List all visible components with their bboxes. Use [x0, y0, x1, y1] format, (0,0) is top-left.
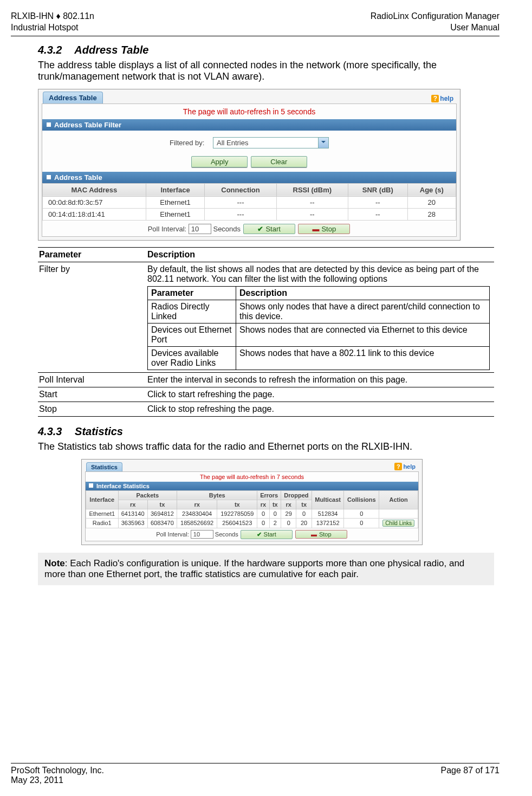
clear-button[interactable]: Clear: [251, 156, 307, 167]
help-link[interactable]: ?help: [392, 462, 418, 471]
header-left: RLXIB-IHN ♦ 802.11n Industrial Hotspot: [11, 11, 94, 34]
parameter-table: Parameter Description Filter by By defau…: [38, 247, 494, 417]
stop-button[interactable]: ▬Stop: [298, 224, 350, 234]
section-4-3-2-heading: 4.3.2 Address Table: [38, 44, 494, 56]
filter-dropdown[interactable]: All Entries: [213, 137, 329, 148]
col-rssi: RSSI (dBm): [276, 183, 348, 196]
table-row: 00:14:d1:18:d1:41 Ethernet1 --- -- -- 28: [43, 208, 456, 220]
poll-interval-input[interactable]: 10: [191, 530, 213, 539]
filtered-by-label: Filtered by:: [170, 139, 204, 147]
table-row: Radio1 3635963 6083470 1858526692 256041…: [86, 518, 418, 528]
param-filter-by: Filter by: [38, 262, 146, 372]
note-label: Note: [44, 558, 65, 568]
interface-statistics-bar: Interface Statistics: [86, 482, 418, 490]
footer-page-number: Page 87 of 171: [440, 766, 499, 785]
section-4-3-3-heading: 4.3.3 Statistics: [38, 425, 494, 438]
help-icon: ?: [394, 463, 402, 470]
table-row: Ethernet1 6413140 3694812 234830404 1922…: [86, 509, 418, 518]
check-icon: ✔: [257, 531, 262, 538]
note-text: : Each Radio's configuration is unique. …: [44, 558, 464, 579]
statistics-panel: Statistics ?help The page will auto-refr…: [81, 459, 423, 545]
stop-button[interactable]: ▬Stop: [295, 530, 347, 539]
page-header: RLXIB-IHN ♦ 802.11n Industrial Hotspot R…: [11, 11, 499, 36]
col-snr: SNR (dB): [348, 183, 407, 196]
auto-refresh-message: The page will auto-refresh in 5 seconds: [42, 104, 456, 119]
param-filter-by-desc: By default, the list shows all nodes tha…: [146, 262, 494, 372]
seconds-label: Seconds: [213, 225, 241, 233]
apply-button[interactable]: Apply: [191, 156, 248, 167]
filter-options-table: Parameter Description Radios Directly Li…: [147, 286, 490, 370]
poll-interval-label: Poll Interval:: [156, 531, 189, 538]
check-icon: ✔: [257, 225, 263, 233]
footer-left: ProSoft Technology, Inc. May 23, 2011: [11, 766, 104, 785]
section-title: Address Table: [74, 44, 148, 56]
table-row: 00:0d:8d:f0:3c:57 Ethernet1 --- -- -- 20: [43, 196, 456, 208]
tab-address-table[interactable]: Address Table: [43, 92, 103, 103]
doc-subtitle: User Manual: [371, 22, 499, 34]
start-button[interactable]: ✔Start: [241, 530, 293, 539]
chevron-down-icon: [318, 138, 328, 148]
start-button[interactable]: ✔Start: [243, 224, 295, 234]
product-line: Industrial Hotspot: [11, 22, 94, 34]
page-footer: ProSoft Technology, Inc. May 23, 2011 Pa…: [11, 763, 499, 785]
doc-title: RadioLinx Configuration Manager: [371, 11, 499, 22]
seconds-label: Seconds: [215, 531, 238, 538]
stop-icon: ▬: [312, 225, 319, 233]
section-4-3-2-intro: The address table displays a list of all…: [38, 60, 494, 82]
section-number: 4.3.2: [38, 44, 62, 56]
statistics-grid: Interface Packets Bytes Errors Dropped M…: [86, 490, 418, 528]
col-interface: Interface: [146, 183, 205, 196]
section-number: 4.3.3: [38, 425, 62, 437]
col-age: Age (s): [407, 183, 456, 196]
auto-refresh-message: The page will auto-refresh in 7 seconds: [86, 472, 418, 482]
content: 4.3.2 Address Table The address table di…: [38, 44, 494, 585]
poll-interval-input[interactable]: 10: [189, 224, 211, 234]
filter-dropdown-value: All Entries: [217, 139, 249, 147]
address-table-bar: Address Table: [42, 172, 456, 183]
help-label: help: [440, 95, 453, 102]
note-box: Note: Each Radio's configuration is uniq…: [38, 553, 494, 585]
address-table-filter-bar: Address Table Filter: [42, 119, 456, 131]
tab-statistics[interactable]: Statistics: [86, 462, 122, 471]
col-connection: Connection: [205, 183, 276, 196]
section-title: Statistics: [75, 425, 123, 437]
header-right: RadioLinx Configuration Manager User Man…: [371, 11, 499, 34]
child-links-button[interactable]: Child Links: [382, 520, 414, 527]
param-header-b: Description: [146, 247, 494, 262]
help-link[interactable]: ?help: [429, 94, 456, 103]
section-4-3-3-intro: The Statistics tab shows traffic data fo…: [38, 441, 494, 452]
param-header-a: Parameter: [38, 247, 146, 262]
help-icon: ?: [431, 95, 439, 102]
product-model: RLXIB-IHN ♦ 802.11n: [11, 11, 94, 22]
address-table-panel: Address Table ?help The page will auto-r…: [38, 89, 460, 241]
poll-interval-label: Poll Interval:: [148, 225, 187, 233]
address-table-grid: MAC Address Interface Connection RSSI (d…: [42, 183, 456, 221]
col-mac: MAC Address: [43, 183, 146, 196]
help-label: help: [403, 463, 416, 470]
stop-icon: ▬: [311, 531, 317, 538]
